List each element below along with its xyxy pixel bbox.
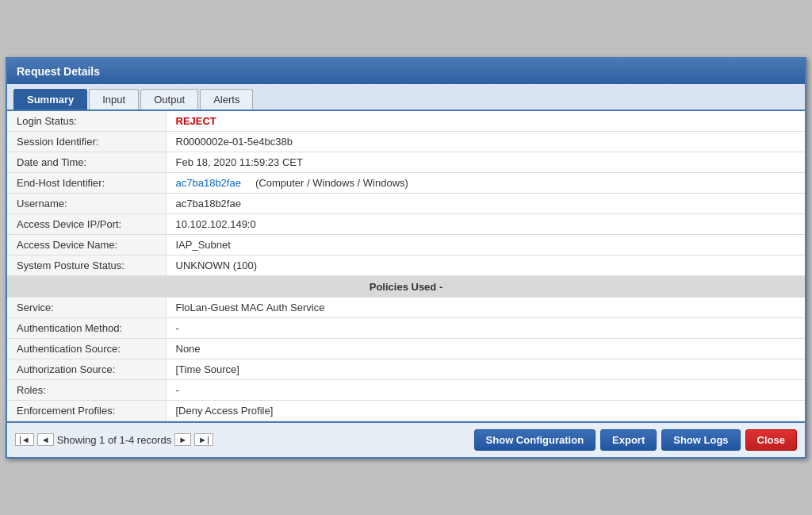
footer: |◄ ◄ Showing 1 of 1-4 records ► ►| Show … xyxy=(7,421,805,457)
next-page-button[interactable]: ► xyxy=(174,433,191,446)
export-button[interactable]: Export xyxy=(600,429,657,451)
field-value: Feb 18, 2020 11:59:23 CET xyxy=(166,152,805,172)
table-row: Authorization Source: [Time Source] xyxy=(7,359,805,379)
end-host-link[interactable]: ac7ba18b2fae xyxy=(176,177,241,189)
table-row: System Posture Status: UNKNOWN (100) xyxy=(7,255,805,275)
field-value: UNKNOWN (100) xyxy=(166,255,805,275)
title-bar: Request Details xyxy=(7,59,805,84)
table-row: Username: ac7ba18b2fae xyxy=(7,193,805,213)
field-value: ac7ba18b2fae xyxy=(166,193,805,213)
field-value: REJECT xyxy=(166,111,805,132)
tab-output[interactable]: Output xyxy=(140,89,198,110)
table-row: Service: FloLan-Guest MAC Auth Service xyxy=(7,298,805,318)
field-label: Authentication Method: xyxy=(7,317,166,338)
table-row: Authentication Source: None xyxy=(7,338,805,359)
field-label: Service: xyxy=(7,298,166,318)
field-label: Login Status: xyxy=(7,111,166,132)
first-page-button[interactable]: |◄ xyxy=(15,433,34,446)
tab-bar: Summary Input Output Alerts xyxy=(7,84,805,111)
field-value: - xyxy=(166,379,805,400)
field-label: End-Host Identifier: xyxy=(7,172,166,193)
field-value: FloLan-Guest MAC Auth Service xyxy=(166,298,805,318)
table-row: Session Identifier: R0000002e-01-5e4bc38… xyxy=(7,131,805,152)
field-label: System Posture Status: xyxy=(7,255,166,275)
field-value: [Time Source] xyxy=(166,359,805,379)
table-row: Enforcement Profiles: [Deny Access Profi… xyxy=(7,400,805,421)
tab-input[interactable]: Input xyxy=(89,89,139,110)
table-row: End-Host Identifier: ac7ba18b2fae (Compu… xyxy=(7,172,805,193)
field-label: Username: xyxy=(7,193,166,213)
field-value: IAP_Subnet xyxy=(166,234,805,255)
main-content: Login Status: REJECT Session Identifier:… xyxy=(7,111,805,421)
field-value: ac7ba18b2fae (Computer / Windows / Windo… xyxy=(166,172,805,193)
field-label: Authentication Source: xyxy=(7,338,166,359)
table-row: Access Device IP/Port: 10.102.102.149:0 xyxy=(7,213,805,234)
table-row: Access Device Name: IAP_Subnet xyxy=(7,234,805,255)
field-label: Access Device Name: xyxy=(7,234,166,255)
policies-header: Policies Used - xyxy=(7,276,805,298)
field-label: Date and Time: xyxy=(7,152,166,172)
tab-alerts[interactable]: Alerts xyxy=(200,89,253,110)
action-buttons: Show Configuration Export Show Logs Clos… xyxy=(474,429,797,451)
field-value: [Deny Access Profile] xyxy=(166,400,805,421)
show-logs-button[interactable]: Show Logs xyxy=(661,429,740,451)
policies-table: Service: FloLan-Guest MAC Auth Service A… xyxy=(7,298,805,421)
last-page-button[interactable]: ►| xyxy=(194,433,213,446)
field-value: None xyxy=(166,338,805,359)
field-label: Roles: xyxy=(7,379,166,400)
field-label: Enforcement Profiles: xyxy=(7,400,166,421)
field-value: R0000002e-01-5e4bc38b xyxy=(166,131,805,152)
request-details-window: Request Details Summary Input Output Ale… xyxy=(6,57,806,459)
field-label: Access Device IP/Port: xyxy=(7,213,166,234)
close-button[interactable]: Close xyxy=(745,429,797,451)
end-host-detail: (Computer / Windows / Windows) xyxy=(244,177,408,189)
tab-summary[interactable]: Summary xyxy=(13,89,87,110)
records-text: Showing 1 of 1-4 records xyxy=(57,434,172,446)
field-label: Session Identifier: xyxy=(7,131,166,152)
field-value: 10.102.102.149:0 xyxy=(166,213,805,234)
field-value: - xyxy=(166,317,805,338)
window-title: Request Details xyxy=(17,65,100,78)
table-row: Date and Time: Feb 18, 2020 11:59:23 CET xyxy=(7,152,805,172)
login-status-value: REJECT xyxy=(176,115,216,127)
table-row: Login Status: REJECT xyxy=(7,111,805,132)
prev-page-button[interactable]: ◄ xyxy=(37,433,54,446)
table-row: Roles: - xyxy=(7,379,805,400)
field-label: Authorization Source: xyxy=(7,359,166,379)
table-row: Authentication Method: - xyxy=(7,317,805,338)
show-configuration-button[interactable]: Show Configuration xyxy=(474,429,596,451)
pagination-area: |◄ ◄ Showing 1 of 1-4 records ► ►| xyxy=(15,433,213,446)
detail-table: Login Status: REJECT Session Identifier:… xyxy=(7,111,805,276)
